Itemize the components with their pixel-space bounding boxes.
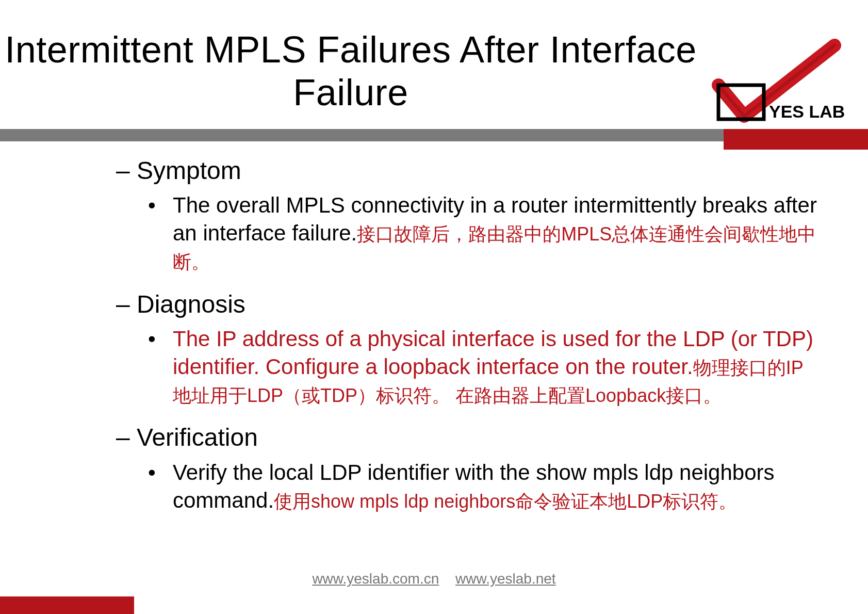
- verification-bullet: Verify the local LDP identifier with the…: [116, 459, 817, 514]
- verification-text-pre: Verify the local LDP identifier with the: [173, 460, 536, 484]
- yeslab-logo: YES LAB: [703, 36, 847, 124]
- verification-command: show mpls ldp neighbors: [536, 460, 774, 484]
- diagnosis-bullet: The IP address of a physical interface i…: [116, 325, 817, 408]
- verification-text-zh: 使用show mpls ldp neighbors命令验证本地LDP标识符。: [274, 491, 737, 512]
- section-symptom-head: Symptom: [116, 155, 817, 186]
- logo-text: YES LAB: [769, 102, 845, 121]
- footer-link-1[interactable]: www.yeslab.com.cn: [312, 571, 439, 587]
- bottom-accent-bar: [0, 596, 134, 614]
- footer-link-2[interactable]: www.yeslab.net: [455, 571, 556, 587]
- section-verification-head: Verification: [116, 422, 817, 453]
- slide-title: Intermittent MPLS Failures After Interfa…: [0, 28, 701, 114]
- slide: Intermittent MPLS Failures After Interfa…: [0, 0, 868, 614]
- footer: www.yeslab.com.cn www.yeslab.net: [0, 571, 868, 587]
- divider-red: [724, 129, 868, 150]
- verification-text-post: command.: [173, 488, 274, 512]
- section-diagnosis-head: Diagnosis: [116, 288, 817, 320]
- content-body: Symptom The overall MPLS connectivity in…: [116, 155, 817, 518]
- symptom-bullet: The overall MPLS connectivity in a route…: [116, 191, 817, 274]
